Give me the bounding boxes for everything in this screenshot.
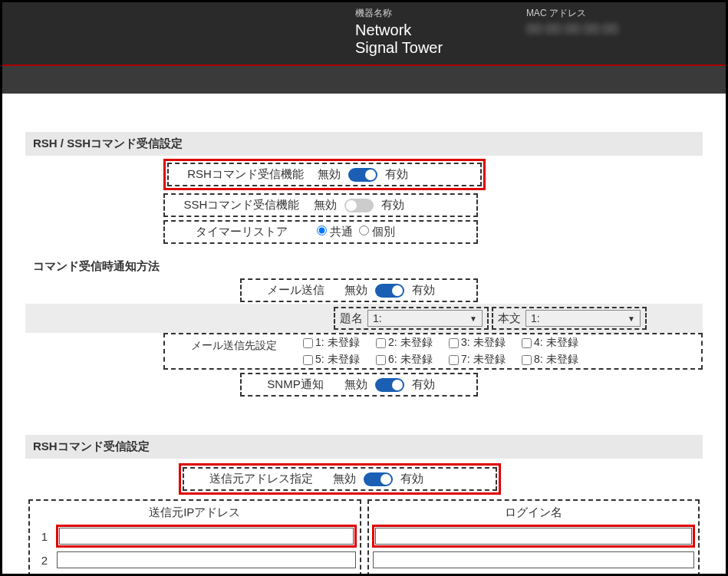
body-label: 本文 [498, 311, 521, 326]
header-subbar [2, 66, 726, 94]
mail-dest-8[interactable]: 8: 未登録 [522, 353, 595, 367]
header-bar: 機器名称 Network Signal Tower MAC アドレス 00:00… [2, 2, 726, 66]
row-num-1: 1 [33, 530, 56, 543]
section-rsh-recv-title: RSHコマンド受信設定 [25, 435, 703, 459]
mail-dest-2[interactable]: 2: 未登録 [376, 336, 449, 350]
mail-send-label: メール送信 [249, 283, 341, 298]
subject-select[interactable]: 1:▼ [367, 310, 483, 327]
mail-dest-7[interactable]: 7: 未登録 [449, 353, 522, 367]
rsh-toggle[interactable] [348, 168, 377, 182]
snmp-toggle[interactable] [375, 378, 404, 392]
section-notify-title: コマンド受信時通知方法 [25, 255, 703, 278]
highlight-ip-input-1 [56, 525, 357, 548]
label-enabled: 有効 [385, 167, 408, 182]
timer-radio-common[interactable]: 共通 [317, 225, 353, 239]
source-addr-toggle[interactable] [364, 472, 393, 486]
source-ip-input-1[interactable] [59, 528, 354, 545]
label-disabled: 無効 [314, 198, 337, 212]
label-disabled: 無効 [318, 167, 341, 182]
timer-radio-individual[interactable]: 個別 [359, 225, 395, 239]
login-col-title: ログイン名 [372, 504, 696, 522]
row-num-2: 2 [33, 554, 56, 567]
source-ip-col-title: 送信元IPアドレス [33, 504, 357, 522]
highlight-login-input-1 [372, 525, 696, 548]
device-name-label: 機器名称 [355, 7, 450, 20]
mail-dest-label: メール送信先設定 [165, 334, 303, 353]
source-ip-column: 送信元IPアドレス 1 2 [28, 499, 361, 576]
mail-dest-3[interactable]: 3: 未登録 [449, 336, 522, 350]
mail-toggle[interactable] [375, 284, 404, 298]
mail-dest-block: メール送信先設定 1: 未登録 2: 未登録 3: 未登録 4: 未登録 5: … [163, 333, 703, 370]
label-enabled: 有効 [412, 283, 435, 298]
subject-label: 題名 [340, 311, 363, 326]
highlight-source-addr-row: 送信元アドレス指定 無効 有効 [179, 463, 501, 495]
label-enabled: 有効 [400, 472, 423, 486]
label-disabled: 無効 [344, 377, 367, 392]
timer-restore-label: タイマーリストア [173, 225, 311, 239]
mail-dest-6[interactable]: 6: 未登録 [376, 353, 449, 367]
chevron-down-icon: ▼ [469, 314, 477, 323]
mac-value: 00:00:00:00:00 [526, 21, 618, 38]
section-rsh-ssh-title: RSH / SSHコマンド受信設定 [25, 132, 703, 156]
rsh-recv-label: RSHコマンド受信機能 [176, 167, 315, 182]
device-name-value: Network Signal Tower [355, 21, 450, 57]
mail-dest-1[interactable]: 1: 未登録 [303, 336, 376, 350]
ssh-toggle[interactable] [344, 199, 374, 212]
body-select[interactable]: 1:▼ [525, 310, 641, 327]
source-addr-label: 送信元アドレス指定 [192, 472, 330, 486]
snmp-label: SNMP通知 [249, 377, 341, 392]
label-disabled: 無効 [333, 472, 356, 486]
label-enabled: 有効 [412, 377, 435, 392]
label-disabled: 無効 [344, 283, 367, 298]
source-ip-input-2[interactable] [57, 551, 356, 568]
login-input-2[interactable] [373, 551, 695, 568]
mail-dest-4[interactable]: 4: 未登録 [522, 336, 595, 350]
label-enabled: 有効 [381, 198, 404, 212]
login-input-1[interactable] [375, 528, 693, 545]
mac-label: MAC アドレス [526, 7, 618, 20]
chevron-down-icon: ▼ [628, 314, 635, 323]
ssh-recv-label: SSHコマンド受信機能 [173, 198, 311, 212]
login-name-column: ログイン名 [367, 499, 700, 576]
mail-dest-5[interactable]: 5: 未登録 [303, 353, 376, 367]
highlight-rsh-row: RSHコマンド受信機能 無効 有効 [163, 159, 486, 190]
